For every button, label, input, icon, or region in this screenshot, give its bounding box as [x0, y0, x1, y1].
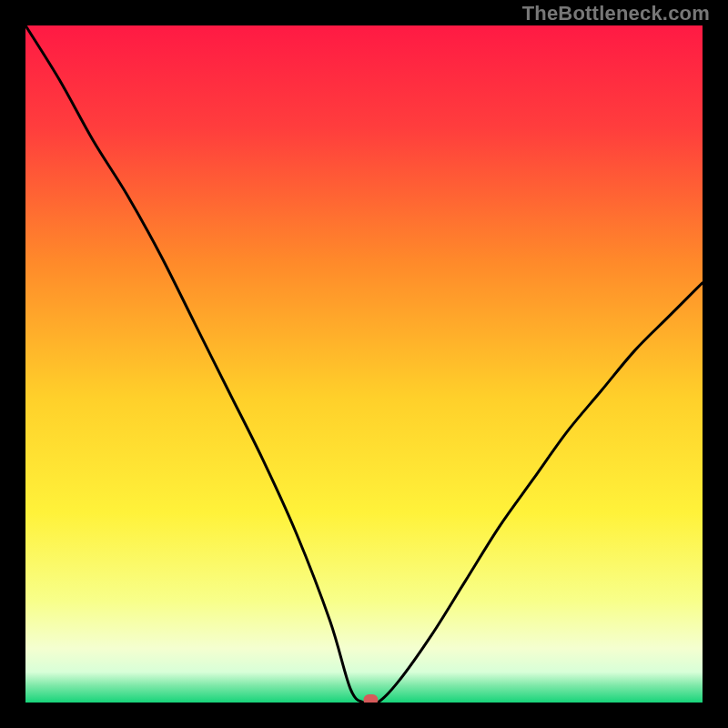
chart-background — [25, 25, 703, 703]
attribution-label: TheBottleneck.com — [522, 2, 710, 25]
chart-svg — [25, 25, 703, 703]
chart-frame: TheBottleneck.com — [0, 0, 728, 728]
plot-area — [25, 25, 703, 703]
optimal-point-marker — [363, 694, 378, 703]
